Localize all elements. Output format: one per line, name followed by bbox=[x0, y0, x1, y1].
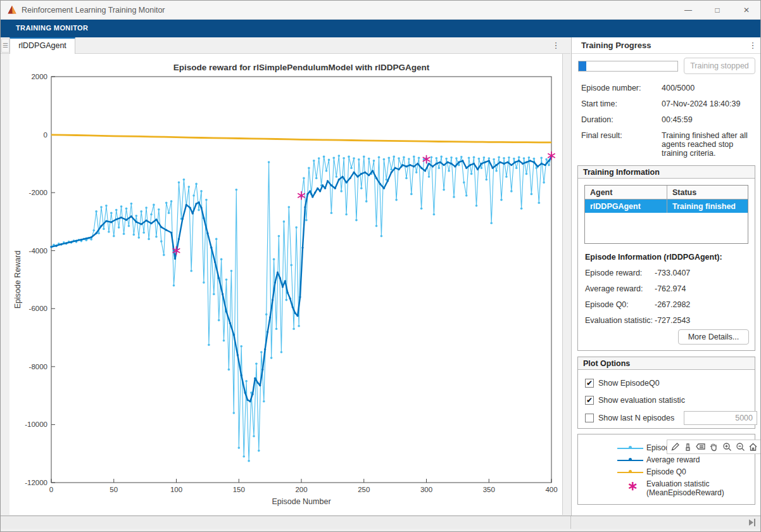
episode-reward-chart: 05010015020025030035040020000-2000-4000-… bbox=[9, 54, 563, 515]
column-header-status: Status bbox=[667, 186, 748, 199]
svg-text:100: 100 bbox=[170, 486, 182, 493]
info-label: Final result: bbox=[581, 131, 622, 140]
svg-text:-10000: -10000 bbox=[25, 421, 47, 428]
stat-label: Average reward: bbox=[585, 284, 643, 293]
panel-header: Training Progress ⋮ bbox=[572, 37, 761, 54]
close-icon[interactable]: ✕ bbox=[733, 1, 760, 20]
svg-text:300: 300 bbox=[420, 486, 432, 493]
svg-text:-2000: -2000 bbox=[29, 189, 47, 196]
minimize-icon[interactable]: — bbox=[674, 1, 702, 20]
tab-rlddpgagent[interactable]: rlDDPGAgent bbox=[9, 37, 75, 54]
svg-text:Episode Number: Episode Number bbox=[272, 497, 330, 506]
show-evaluation-statistic-checkbox[interactable]: ✔ bbox=[585, 396, 594, 405]
svg-text:Episode Reward: Episode Reward bbox=[13, 251, 22, 309]
progress-fill bbox=[579, 61, 586, 71]
svg-text:50: 50 bbox=[110, 486, 118, 493]
skip-to-end-icon[interactable] bbox=[749, 519, 758, 527]
training-stopped-button[interactable]: Training stopped bbox=[684, 58, 755, 74]
info-label: Duration: bbox=[581, 115, 613, 124]
restore-view-icon[interactable] bbox=[748, 441, 759, 453]
legend-asterisk-marker: ∗ bbox=[627, 478, 638, 493]
legend-label-line1: Evaluation statistic bbox=[646, 479, 709, 488]
legend-label: Episode Q0 bbox=[646, 467, 686, 476]
svg-text:250: 250 bbox=[358, 486, 370, 493]
panel-grip-icon[interactable]: ☰ bbox=[1, 39, 9, 53]
export-icon[interactable] bbox=[669, 441, 681, 453]
title-bar: Reinforcement Learning Training Monitor … bbox=[1, 1, 760, 20]
brush-icon[interactable] bbox=[682, 441, 694, 453]
stat-value: -727.2543 bbox=[655, 316, 690, 325]
svg-text:0: 0 bbox=[49, 486, 53, 493]
window-title: Reinforcement Learning Training Monitor bbox=[22, 6, 165, 15]
info-label: Episode number: bbox=[581, 84, 641, 92]
stat-label: Evaluation statistic: bbox=[585, 316, 653, 325]
training-progress-panel: Training Progress ⋮ Training stopped Epi… bbox=[571, 37, 761, 516]
stat-label: Episode reward: bbox=[585, 269, 642, 277]
matlab-logo-icon bbox=[7, 5, 17, 15]
legend-marker-dot bbox=[629, 458, 632, 461]
checkbox-label: Show evaluation statistic bbox=[598, 396, 685, 405]
maximize-icon[interactable]: □ bbox=[703, 1, 731, 20]
legend-marker-dot bbox=[629, 470, 632, 473]
panel-menu-dots-icon[interactable]: ⋮ bbox=[746, 39, 759, 52]
agent-status-table: Agent Status rlDDPGAgent Training finish… bbox=[584, 185, 748, 244]
training-information-section: Training Information Agent Status rlDDPG… bbox=[577, 165, 755, 351]
panel-title: Training Progress bbox=[581, 41, 651, 50]
pan-icon[interactable] bbox=[708, 441, 720, 453]
legend-entry-average-reward: Average reward bbox=[578, 455, 755, 466]
legend-label: Average reward bbox=[646, 455, 700, 464]
episode-information-heading: Episode Information (rlDDPGAgent): bbox=[585, 253, 722, 262]
svg-text:-12000: -12000 bbox=[25, 479, 47, 486]
svg-text:-8000: -8000 bbox=[29, 363, 47, 370]
zoom-out-icon[interactable] bbox=[734, 441, 746, 453]
more-details-button[interactable]: More Details... bbox=[678, 329, 749, 345]
stat-label: Episode Q0: bbox=[585, 300, 629, 309]
legend-label: Evaluation statistic (MeanEpisodeReward) bbox=[646, 479, 724, 497]
n-episodes-input[interactable] bbox=[684, 411, 757, 425]
status-cell: Training finished bbox=[667, 200, 748, 213]
app-window: Reinforcement Learning Training Monitor … bbox=[0, 0, 761, 532]
status-bar bbox=[1, 516, 761, 529]
toolstrip-ribbon: TRAINING MONITOR bbox=[1, 20, 760, 37]
info-label: Start time: bbox=[581, 99, 617, 108]
stat-value: -267.2982 bbox=[655, 300, 690, 309]
agent-cell: rlDDPGAgent bbox=[585, 200, 667, 213]
training-progress-bar bbox=[578, 61, 678, 72]
info-value: Training finished after all agents reach… bbox=[662, 131, 756, 158]
show-episodeq0-checkbox[interactable]: ✔ bbox=[585, 379, 594, 388]
document-tab-strip: ☰ rlDDPGAgent ⋮ bbox=[1, 37, 570, 54]
svg-text:200: 200 bbox=[295, 486, 307, 493]
zoom-in-icon[interactable] bbox=[722, 441, 733, 453]
stat-value: -733.0407 bbox=[655, 269, 690, 277]
table-header-row: Agent Status bbox=[585, 186, 748, 200]
table-row[interactable]: rlDDPGAgent Training finished bbox=[585, 200, 748, 213]
legend-marker-dot bbox=[629, 446, 632, 449]
section-heading: Plot Options bbox=[578, 357, 755, 370]
svg-text:350: 350 bbox=[483, 486, 495, 493]
legend-label-line2: (MeanEpisodeReward) bbox=[646, 488, 724, 497]
axes-toolbar bbox=[667, 440, 761, 454]
section-heading: Training Information bbox=[578, 166, 755, 179]
svg-text:0: 0 bbox=[44, 131, 47, 139]
tab-options-dots-icon[interactable]: ⋮ bbox=[549, 39, 563, 52]
info-value: 00:45:59 bbox=[662, 115, 756, 124]
legend-box: Episode reward Average reward Episode Q0… bbox=[577, 434, 755, 505]
ribbon-tab-training-monitor[interactable]: TRAINING MONITOR bbox=[16, 24, 88, 32]
svg-text:-4000: -4000 bbox=[29, 247, 47, 255]
svg-text:400: 400 bbox=[545, 486, 557, 493]
plot-options-section: Plot Options ✔ Show EpisodeQ0 ✔ Show eva… bbox=[577, 357, 755, 429]
status-bar-divider bbox=[570, 516, 571, 529]
legend-entry-evaluation-statistic: ∗ Evaluation statistic (MeanEpisodeRewar… bbox=[578, 481, 755, 500]
checkbox-label: Show EpisodeQ0 bbox=[598, 379, 660, 388]
info-value: 400/5000 bbox=[662, 84, 756, 92]
datatip-icon[interactable] bbox=[695, 441, 707, 453]
svg-text:150: 150 bbox=[233, 486, 245, 493]
legend-entry-episode-q0: Episode Q0 bbox=[578, 467, 755, 478]
column-header-agent: Agent bbox=[585, 186, 667, 199]
checkbox-label: Show last N episodes bbox=[598, 414, 674, 422]
stat-value: -762.974 bbox=[655, 284, 686, 293]
info-value: 07-Nov-2024 18:40:39 bbox=[662, 99, 756, 108]
figure-canvas[interactable]: 05010015020025030035040020000-2000-4000-… bbox=[9, 54, 563, 515]
show-last-n-episodes-checkbox[interactable] bbox=[585, 414, 594, 422]
svg-text:2000: 2000 bbox=[31, 73, 47, 80]
